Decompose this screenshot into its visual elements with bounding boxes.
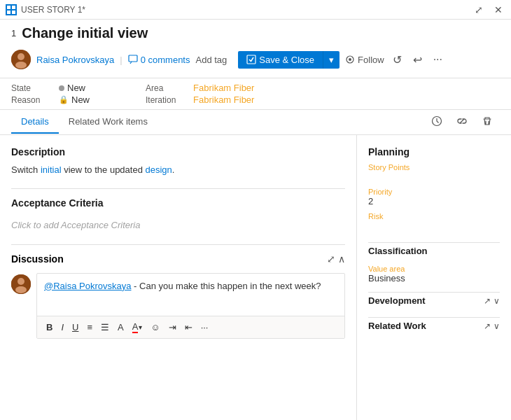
more-tools-button[interactable]: ··· xyxy=(197,320,212,335)
acceptance-criteria-title: Acceptance Criteria xyxy=(11,197,345,209)
development-collapse-icon[interactable]: ∨ xyxy=(493,296,500,306)
link-icon[interactable] xyxy=(449,110,475,134)
work-item-title-row: 1 Change initial view xyxy=(11,25,500,41)
align-button[interactable]: ≡ xyxy=(83,320,96,335)
iteration-label: Iteration xyxy=(146,95,188,105)
title-bar-text: USER STORY 1* xyxy=(21,5,472,15)
state-value[interactable]: New xyxy=(59,83,85,93)
follow-button[interactable]: Follow xyxy=(345,55,384,65)
development-icons: ↗ ∨ xyxy=(484,296,500,306)
restore-button[interactable]: ⤢ xyxy=(472,4,486,15)
planning-section: Planning Story Points Priority 2 Risk xyxy=(368,146,500,231)
risk-value[interactable] xyxy=(368,220,500,231)
description-section: Description Switch initial view to the u… xyxy=(11,146,345,177)
outdent-button[interactable]: ⇤ xyxy=(181,320,196,335)
discussion-expand-button[interactable]: ⤢ xyxy=(327,253,335,265)
discussion-toolbar: B I U ≡ ☰ A A ▾ ☺ ⇥ ⇤ ··· xyxy=(37,316,344,338)
user-name[interactable]: Raisa Pokrovskaya xyxy=(36,55,114,65)
highlight-button[interactable]: A xyxy=(114,320,127,335)
classification-header: Classification xyxy=(368,242,500,259)
description-text[interactable]: Switch initial view to the updated desig… xyxy=(11,163,345,177)
avatar xyxy=(11,50,31,69)
svg-point-13 xyxy=(18,278,24,285)
mention-link[interactable]: @Raisa Pokrovskaya xyxy=(44,281,131,291)
meta-area: State New Reason 🔒 New Area Fabrikam Fib… xyxy=(0,78,511,110)
state-dot xyxy=(59,85,64,91)
acceptance-criteria-section: Acceptance Criteria Click to add Accepta… xyxy=(11,197,345,236)
work-item-id: 1 xyxy=(11,28,16,38)
classification-title: Classification xyxy=(368,246,428,256)
divider-2 xyxy=(11,244,345,245)
svg-rect-8 xyxy=(247,55,255,64)
discussion-box: @Raisa Pokrovskaya - Can you make this h… xyxy=(36,273,345,339)
tabs: Details Related Work items xyxy=(0,110,511,135)
development-section: Development ↗ ∨ xyxy=(368,292,500,309)
save-dropdown-button[interactable]: ▾ xyxy=(323,51,340,69)
discussion-title: Discussion xyxy=(11,253,327,265)
design-highlight: design xyxy=(146,164,172,175)
bold-button[interactable]: B xyxy=(43,320,56,335)
area-col: Area Fabrikam Fiber Iteration Fabrikam F… xyxy=(146,83,254,105)
more-button[interactable]: ··· xyxy=(430,53,445,66)
color-button[interactable]: A ▾ xyxy=(129,319,146,335)
related-work-title: Related Work xyxy=(368,321,426,331)
italic-button[interactable]: I xyxy=(57,320,67,335)
discussion-header: Discussion ⤢ ∧ xyxy=(11,253,345,265)
add-tag-button[interactable]: Add tag xyxy=(195,55,227,65)
iteration-value[interactable]: Fabrikam Fiber xyxy=(193,94,254,105)
classification-section: Classification Value area Business xyxy=(368,242,500,284)
state-label: State xyxy=(11,83,53,93)
discussion-icons: ⤢ ∧ xyxy=(327,253,345,265)
development-expand-icon[interactable]: ↗ xyxy=(484,296,491,306)
priority-label: Priority xyxy=(368,188,500,196)
planning-title: Planning xyxy=(368,146,500,158)
related-work-header: Related Work ↗ ∨ xyxy=(368,317,500,334)
save-close-button[interactable]: Save & Close xyxy=(238,51,323,69)
title-bar: USER STORY 1* ⤢ ✕ xyxy=(0,0,511,20)
refresh-button[interactable]: ↺ xyxy=(390,53,405,66)
svg-point-6 xyxy=(15,62,27,69)
tab-related-work-items[interactable]: Related Work items xyxy=(59,111,158,134)
related-work-expand-icon[interactable]: ↗ xyxy=(484,321,491,331)
toolbar: Raisa Pokrovskaya | 0 comments Add tag S… xyxy=(11,47,500,75)
divider-1 xyxy=(11,188,345,189)
side-panel: Planning Story Points Priority 2 Risk Cl… xyxy=(357,135,511,420)
area-label: Area xyxy=(146,83,188,93)
story-points-label: Story Points xyxy=(368,163,500,172)
reason-label: Reason xyxy=(11,95,53,105)
svg-rect-2 xyxy=(7,10,10,14)
area-value[interactable]: Fabrikam Fiber xyxy=(193,83,254,93)
comments-button[interactable]: 0 comments xyxy=(128,55,190,65)
tab-details[interactable]: Details xyxy=(11,111,59,134)
value-area-label: Value area xyxy=(368,265,500,273)
title-bar-controls: ⤢ ✕ xyxy=(472,4,505,15)
close-button[interactable]: ✕ xyxy=(491,4,505,15)
discussion-entry: @Raisa Pokrovskaya - Can you make this h… xyxy=(11,273,345,339)
underline-button[interactable]: U xyxy=(69,320,82,335)
undo-button[interactable]: ↩ xyxy=(410,53,425,66)
svg-rect-1 xyxy=(12,6,15,9)
discussion-input[interactable]: @Raisa Pokrovskaya - Can you make this h… xyxy=(37,274,344,316)
priority-value[interactable]: 2 xyxy=(368,196,500,206)
story-points-value[interactable] xyxy=(368,172,500,182)
lock-icon: 🔒 xyxy=(59,95,69,104)
indent-button[interactable]: ⇥ xyxy=(165,320,180,335)
acceptance-criteria-placeholder[interactable]: Click to add Acceptance Criteria xyxy=(11,214,345,236)
svg-point-10 xyxy=(349,58,351,61)
main-panel: Description Switch initial view to the u… xyxy=(0,135,357,420)
reason-value[interactable]: 🔒 New xyxy=(59,94,90,105)
save-close-group: Save & Close ▾ xyxy=(238,51,340,69)
related-work-collapse-icon[interactable]: ∨ xyxy=(493,321,500,331)
svg-point-14 xyxy=(15,286,27,293)
page-title[interactable]: Change initial view xyxy=(22,25,148,41)
history-icon[interactable] xyxy=(424,110,449,134)
list-button[interactable]: ☰ xyxy=(97,320,113,335)
content: Description Switch initial view to the u… xyxy=(0,135,511,420)
value-area-value[interactable]: Business xyxy=(368,273,500,284)
emoji-button[interactable]: ☺ xyxy=(147,320,163,335)
delete-icon[interactable] xyxy=(475,110,500,134)
discussion-collapse-button[interactable]: ∧ xyxy=(338,253,345,265)
discussion-avatar xyxy=(11,274,31,294)
work-item-icon xyxy=(6,4,17,15)
development-title: Development xyxy=(368,295,426,306)
